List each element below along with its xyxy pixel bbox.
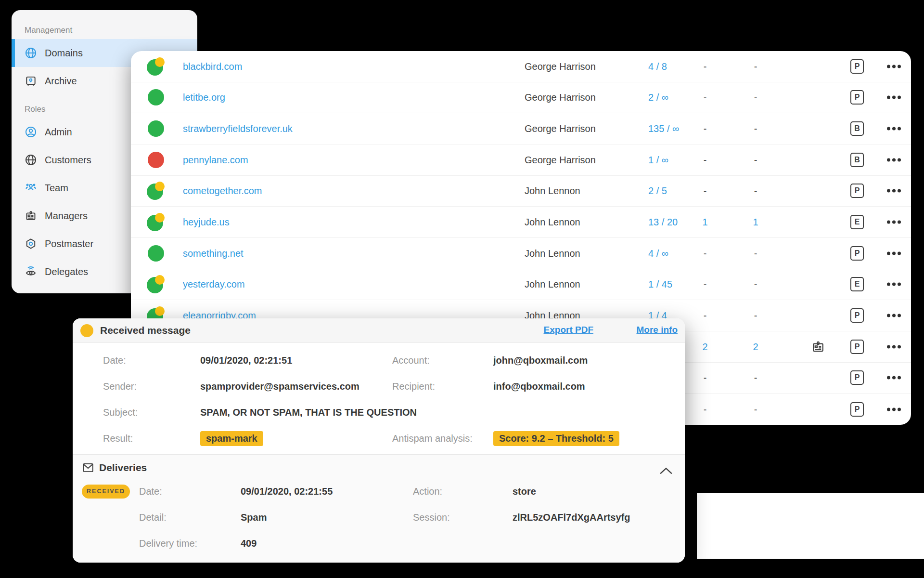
sidebar-item-label: Postmaster	[45, 238, 93, 250]
domain-link[interactable]: letitbe.org	[183, 92, 225, 103]
domain-link[interactable]: pennylane.com	[183, 154, 248, 165]
domain-link[interactable]: strawberryfieldsforever.uk	[183, 123, 293, 134]
recipient-value: info@qboxmail.com	[493, 381, 685, 392]
sidebar-item-label: Managers	[45, 210, 88, 222]
delivery-value-1: 09/01/2020, 02:21:55	[241, 486, 413, 497]
sidebar-item-label: Archive	[45, 76, 77, 87]
row-menu-button[interactable]	[881, 96, 907, 99]
row-menu-button[interactable]	[881, 127, 907, 131]
row-menu-button[interactable]	[881, 251, 907, 255]
result-badge: spam-mark	[200, 431, 263, 446]
plan-badge: P	[850, 308, 864, 323]
domain-link[interactable]: cometogether.com	[183, 185, 262, 197]
background-card	[697, 493, 924, 559]
plan-badge: P	[850, 59, 864, 74]
count-column-1: -	[686, 61, 724, 72]
row-menu-button[interactable]	[881, 189, 907, 193]
table-row: yesterday.com John Lennon 1 / 45 - - E	[131, 269, 911, 301]
usage-count-link[interactable]: 135 / ∞	[648, 123, 679, 134]
domain-link[interactable]: blackbird.com	[183, 61, 242, 72]
row-menu-button[interactable]	[881, 407, 907, 411]
result-label: Result:	[103, 433, 200, 444]
count-column-2: -	[736, 123, 775, 134]
sender-label: Sender:	[103, 381, 200, 392]
owner-name: John Lennon	[525, 279, 580, 290]
owner-name: George Harrison	[525, 154, 596, 165]
table-row: strawberryfieldsforever.uk George Harris…	[131, 113, 911, 144]
more-info-link[interactable]: More info	[637, 325, 678, 335]
received-message-modal: Received message Export PDF More info Da…	[73, 318, 685, 563]
row-menu-button[interactable]	[881, 221, 907, 224]
idcard-icon	[25, 210, 37, 222]
plan-badge: P	[850, 340, 864, 354]
usage-count-link[interactable]: 4 / 8	[648, 61, 667, 72]
chevron-up-icon[interactable]	[660, 464, 672, 477]
count-column-2[interactable]: 2	[736, 341, 775, 352]
count-column-1: -	[686, 372, 724, 383]
usage-count-link[interactable]: 1 / 45	[648, 279, 672, 290]
antispam-label: Antispam analysis:	[392, 433, 493, 444]
domain-status-icon	[147, 213, 165, 231]
antispam-badge: Score: 9.2 – Threshold: 5	[493, 431, 619, 446]
count-column-1[interactable]: 2	[686, 341, 724, 352]
deliveries-section: Deliveries RECEIVED Date: 09/01/2020, 02…	[73, 454, 685, 563]
count-column-2: -	[736, 61, 775, 72]
usage-count-link[interactable]: 13 / 20	[648, 217, 678, 228]
count-column-1: -	[686, 185, 724, 197]
row-menu-button[interactable]	[881, 65, 907, 68]
owner-name: John Lennon	[525, 185, 580, 197]
sidebar-section-label: Management	[12, 22, 197, 39]
row-menu-button[interactable]	[881, 158, 907, 161]
recipient-label: Recipient:	[392, 381, 493, 392]
table-row: blackbird.com George Harrison 4 / 8 - - …	[131, 51, 911, 82]
delivery-label-1: Delivery time:	[139, 538, 241, 549]
plan-badge: P	[850, 184, 864, 198]
owner-name: John Lennon	[525, 248, 580, 259]
envelope-icon	[82, 461, 94, 474]
status-dot-icon	[80, 324, 93, 337]
domain-status-icon	[147, 151, 165, 169]
owner-name: John Lennon	[525, 217, 580, 228]
count-column-2: -	[736, 279, 775, 290]
usage-count-link[interactable]: 4 / ∞	[648, 248, 668, 259]
date-value: 09/01/2020, 02:21:51	[200, 355, 392, 366]
count-column-1[interactable]: 1	[686, 217, 724, 228]
table-row: letitbe.org George Harrison 2 / ∞ - - P	[131, 82, 911, 114]
delivery-label-2: Action:	[413, 486, 513, 497]
delivery-label-1: Detail:	[139, 512, 241, 523]
row-menu-button[interactable]	[881, 345, 907, 348]
plan-badge: P	[850, 246, 864, 261]
app-background: Management Domains Archive Roles Admin C…	[0, 0, 924, 578]
export-pdf-link[interactable]: Export PDF	[544, 325, 593, 335]
usage-count-link[interactable]: 1 / ∞	[648, 154, 668, 165]
plan-badge: P	[850, 90, 864, 105]
table-row: heyjude.us John Lennon 13 / 20 1 1 E	[131, 207, 911, 238]
row-menu-button[interactable]	[881, 314, 907, 317]
delivery-value-2: zlRL5zOAFl7dXgAArtsyfg	[513, 512, 685, 523]
domain-status-icon	[147, 88, 165, 106]
row-menu-button[interactable]	[881, 376, 907, 380]
subject-value: SPAM, OR NOT SPAM, THAT IS THE QUESTION	[200, 407, 685, 418]
count-column-2: -	[736, 248, 775, 259]
idcard-icon	[806, 340, 831, 354]
count-column-2[interactable]: 1	[736, 217, 775, 228]
count-column-1: -	[686, 279, 724, 290]
date-label: Date:	[103, 355, 200, 366]
usage-count-link[interactable]: 2 / ∞	[648, 92, 668, 103]
count-column-1: -	[686, 154, 724, 165]
globe-icon	[25, 154, 37, 166]
count-column-1: -	[686, 404, 724, 415]
usage-count-link[interactable]: 2 / 5	[648, 185, 667, 197]
domain-link[interactable]: heyjude.us	[183, 217, 230, 228]
plan-badge: P	[850, 402, 864, 417]
domain-status-icon	[147, 244, 165, 263]
delivery-value-2: store	[513, 486, 685, 497]
owner-name: George Harrison	[525, 123, 596, 134]
row-menu-button[interactable]	[881, 283, 907, 286]
domain-link[interactable]: something.net	[183, 248, 244, 259]
domain-link[interactable]: yesterday.com	[183, 279, 245, 290]
count-column-2: -	[736, 92, 775, 103]
count-column-2: -	[736, 372, 775, 383]
delivery-label-1: Date:	[139, 486, 241, 497]
modal-title: Received message	[100, 325, 191, 336]
